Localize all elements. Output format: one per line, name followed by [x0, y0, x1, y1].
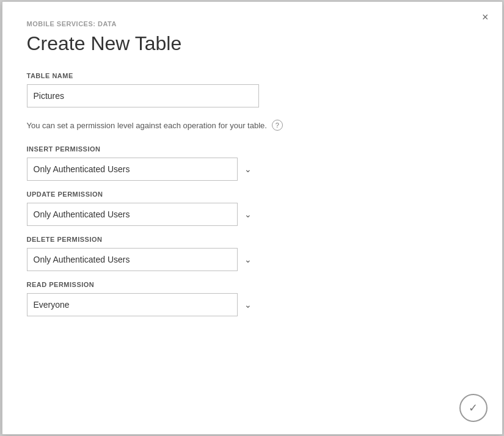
- update-permission-label: Update Permission: [27, 191, 478, 198]
- delete-permission-group: Delete Permission Everyone Only Authenti…: [27, 236, 478, 271]
- update-permission-group: Update Permission Everyone Only Authenti…: [27, 191, 478, 226]
- insert-permission-label: Insert Permission: [27, 145, 478, 153]
- table-name-input[interactable]: [27, 84, 259, 107]
- read-permission-select[interactable]: Everyone Only Authenticated Users Only S…: [27, 293, 259, 316]
- help-icon[interactable]: ?: [272, 120, 283, 131]
- delete-permission-select[interactable]: Everyone Only Authenticated Users Only S…: [27, 248, 259, 271]
- close-button[interactable]: ×: [478, 9, 492, 25]
- read-permission-group: Read Permission Everyone Only Authentica…: [27, 281, 478, 316]
- dialog-content: Mobile Services: Data Create New Table T…: [2, 2, 502, 351]
- read-permission-label: Read Permission: [27, 281, 478, 288]
- insert-permission-select-wrapper: Everyone Only Authenticated Users Only S…: [27, 158, 259, 181]
- update-permission-select[interactable]: Everyone Only Authenticated Users Only S…: [27, 203, 259, 226]
- table-name-field-group: Table Name: [27, 72, 478, 107]
- dialog: × Mobile Services: Data Create New Table…: [2, 1, 503, 435]
- dialog-title: Create New Table: [27, 32, 478, 55]
- insert-permission-group: Insert Permission Everyone Only Authenti…: [27, 145, 478, 181]
- table-name-label: Table Name: [27, 72, 478, 79]
- breadcrumb: Mobile Services: Data: [27, 20, 478, 27]
- dialog-overlay: × Mobile Services: Data Create New Table…: [0, 0, 504, 436]
- update-permission-select-wrapper: Everyone Only Authenticated Users Only S…: [27, 203, 259, 226]
- delete-permission-label: Delete Permission: [27, 236, 478, 243]
- read-permission-select-wrapper: Everyone Only Authenticated Users Only S…: [27, 293, 259, 316]
- confirm-button[interactable]: ✓: [459, 394, 488, 422]
- checkmark-icon: ✓: [469, 401, 478, 415]
- permission-description-group: You can set a permission level against e…: [27, 120, 478, 131]
- insert-permission-select[interactable]: Everyone Only Authenticated Users Only S…: [27, 158, 259, 181]
- permission-description-text: You can set a permission level against e…: [27, 121, 267, 130]
- delete-permission-select-wrapper: Everyone Only Authenticated Users Only S…: [27, 248, 259, 271]
